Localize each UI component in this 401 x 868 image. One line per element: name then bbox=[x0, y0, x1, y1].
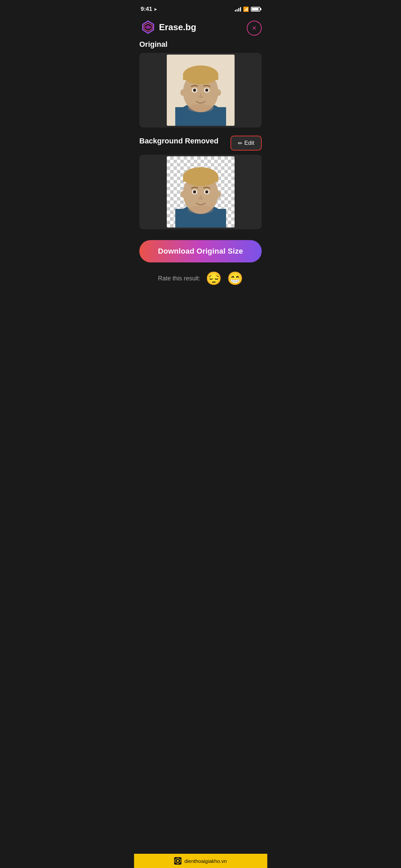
download-button[interactable]: Download Original Size bbox=[139, 240, 262, 262]
svg-rect-24 bbox=[183, 175, 218, 182]
svg-point-12 bbox=[194, 90, 195, 91]
background-removed-image-container bbox=[139, 155, 262, 229]
happy-rating-button[interactable]: 😁 bbox=[227, 272, 243, 285]
svg-point-32 bbox=[216, 191, 221, 198]
original-portrait bbox=[167, 55, 235, 126]
original-image-container bbox=[139, 53, 262, 127]
location-arrow-icon: ➤ bbox=[154, 7, 157, 12]
svg-point-15 bbox=[206, 90, 207, 91]
svg-point-16 bbox=[180, 89, 186, 96]
svg-point-30 bbox=[206, 191, 207, 193]
edit-label: Edit bbox=[244, 140, 254, 146]
rating-text: Rate this result: bbox=[158, 275, 200, 282]
svg-point-33 bbox=[188, 206, 214, 214]
svg-point-27 bbox=[194, 191, 195, 193]
status-time: 9:41 ➤ bbox=[141, 6, 157, 13]
rating-row: Rate this result: 😔 😁 bbox=[139, 272, 262, 285]
app-title: Erase.bg bbox=[159, 22, 196, 33]
section-header-row: Background Removed ✏ Edit bbox=[139, 136, 262, 151]
background-removed-section: Background Removed ✏ Edit bbox=[139, 136, 262, 229]
svg-point-18 bbox=[188, 104, 214, 112]
main-content: Original bbox=[134, 40, 267, 285]
original-title: Original bbox=[139, 40, 262, 49]
svg-marker-2 bbox=[145, 25, 151, 29]
edit-button[interactable]: ✏ Edit bbox=[230, 136, 262, 151]
svg-rect-9 bbox=[183, 73, 218, 80]
signal-icon bbox=[235, 7, 241, 12]
sad-rating-button[interactable]: 😔 bbox=[206, 272, 222, 285]
original-section: Original bbox=[139, 40, 262, 127]
close-icon: × bbox=[252, 24, 257, 32]
svg-point-17 bbox=[216, 89, 221, 96]
status-icons: 📶 bbox=[235, 6, 260, 12]
app-logo-icon bbox=[141, 20, 156, 35]
edit-pencil-icon: ✏ bbox=[238, 140, 242, 146]
battery-icon bbox=[251, 7, 260, 12]
wifi-icon: 📶 bbox=[243, 6, 249, 12]
background-removed-title: Background Removed bbox=[139, 137, 219, 145]
svg-point-31 bbox=[180, 191, 186, 198]
app-header: Erase.bg × bbox=[134, 16, 267, 40]
close-button[interactable]: × bbox=[247, 21, 262, 36]
removed-portrait bbox=[167, 156, 235, 228]
status-bar: 9:41 ➤ 📶 bbox=[134, 0, 267, 16]
